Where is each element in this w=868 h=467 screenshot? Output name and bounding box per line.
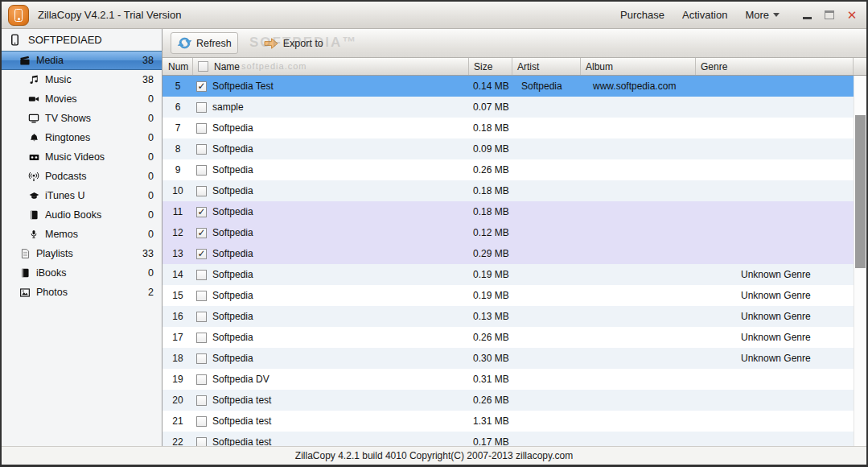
sidebar-item-music-videos[interactable]: Music Videos0 bbox=[2, 147, 162, 167]
close-button[interactable]: ✕ bbox=[845, 9, 858, 22]
column-header-artist[interactable]: Artist bbox=[512, 58, 581, 75]
cell-num: 6 bbox=[162, 101, 193, 113]
sidebar-item-label: iTunes U bbox=[45, 190, 85, 201]
table-row[interactable]: 20Softpedia test0.26 MB bbox=[162, 390, 854, 411]
row-checkbox[interactable]: ✓ bbox=[196, 228, 207, 238]
bell-icon bbox=[27, 133, 41, 143]
row-checkbox[interactable] bbox=[196, 291, 207, 301]
sidebar-item-label: Photos bbox=[36, 287, 68, 298]
row-checkbox[interactable] bbox=[196, 333, 207, 343]
sidebar-item-music[interactable]: Music38 bbox=[2, 70, 162, 89]
menu-activation[interactable]: Activation bbox=[682, 9, 727, 21]
row-checkbox[interactable] bbox=[196, 123, 207, 134]
refresh-label: Refresh bbox=[196, 38, 232, 49]
column-header-name-label: Name bbox=[214, 61, 240, 72]
cell-name-group: Softpedia bbox=[193, 332, 469, 343]
row-checkbox[interactable] bbox=[196, 437, 207, 447]
table-row[interactable]: 14Softpedia0.19 MBUnknown Genre bbox=[162, 264, 854, 285]
export-button[interactable]: Export to bbox=[257, 35, 329, 52]
cell-name-group: ✓Softpedia bbox=[193, 206, 469, 217]
scrollbar-thumb[interactable] bbox=[855, 115, 866, 268]
device-name: SOFTPEDIAED bbox=[28, 34, 102, 46]
row-checkbox[interactable] bbox=[196, 353, 207, 364]
cell-name: Softpedia bbox=[212, 269, 253, 280]
sidebar-item-ringtones[interactable]: Ringtones0 bbox=[2, 128, 162, 147]
sidebar-item-itunes-u[interactable]: iTunes U0 bbox=[2, 186, 162, 205]
row-checkbox[interactable] bbox=[196, 395, 207, 406]
sidebar-item-podcasts[interactable]: Podcasts0 bbox=[2, 167, 162, 186]
tv-icon bbox=[27, 113, 41, 124]
table-row[interactable]: 13✓Softpedia0.29 MB bbox=[162, 243, 854, 264]
column-header-genre[interactable]: Genre bbox=[696, 58, 854, 75]
select-all-checkbox[interactable] bbox=[198, 61, 208, 72]
row-checkbox[interactable] bbox=[196, 312, 207, 322]
sidebar-item-audio-books[interactable]: Audio Books0 bbox=[2, 205, 162, 225]
sidebar-item-photos[interactable]: Photos2 bbox=[2, 283, 162, 302]
sidebar-device[interactable]: SOFTPEDIAED bbox=[2, 29, 162, 51]
cell-name-group: sample bbox=[193, 101, 469, 113]
cell-name: Softpedia bbox=[212, 164, 253, 176]
sidebar-item-memos[interactable]: Memos0 bbox=[2, 225, 162, 244]
sidebar-item-tv-shows[interactable]: TV Shows0 bbox=[2, 109, 162, 128]
sidebar-item-count: 0 bbox=[148, 209, 154, 221]
sidebar-item-count: 0 bbox=[148, 151, 154, 163]
menu-more[interactable]: More bbox=[745, 9, 780, 21]
cell-genre: Unknown Genre bbox=[696, 332, 854, 343]
cell-num: 8 bbox=[162, 143, 193, 155]
video-camera-icon bbox=[27, 93, 41, 105]
refresh-button[interactable]: Refresh bbox=[171, 32, 238, 54]
row-checkbox[interactable] bbox=[196, 416, 207, 427]
table-row[interactable]: 11✓Softpedia0.18 MB bbox=[162, 201, 854, 222]
cell-name-group: ✓Softpedia bbox=[193, 227, 469, 238]
table-row[interactable]: 9Softpedia0.26 MB bbox=[162, 159, 854, 180]
window-title: ZillaCopy V4.2.1 - Trial Version bbox=[38, 9, 181, 21]
sidebar-item-media[interactable]: Media38 bbox=[2, 51, 162, 70]
cell-num: 7 bbox=[162, 122, 193, 134]
cell-name: Softpedia test bbox=[212, 415, 271, 427]
row-checkbox[interactable] bbox=[196, 102, 207, 113]
table-row[interactable]: 6sample0.07 MB bbox=[162, 97, 854, 118]
table-row[interactable]: 21Softpedia test1.31 MB bbox=[162, 411, 854, 432]
table-row[interactable]: 12✓Softpedia0.12 MB bbox=[162, 222, 854, 243]
row-checkbox[interactable] bbox=[196, 270, 207, 280]
cell-name: Softpedia bbox=[212, 248, 253, 259]
table-row[interactable]: 16Softpedia0.13 MBUnknown Genre bbox=[162, 306, 854, 327]
chevron-down-icon bbox=[773, 13, 780, 17]
cell-num: 11 bbox=[162, 206, 193, 217]
cell-size: 0.30 MB bbox=[469, 353, 512, 364]
cell-name: Softpedia bbox=[212, 122, 253, 134]
table-row[interactable]: 8Softpedia0.09 MB bbox=[162, 138, 854, 159]
table-row[interactable]: 17Softpedia0.26 MBUnknown Genre bbox=[162, 327, 854, 348]
cassette-icon bbox=[27, 152, 41, 163]
table-row[interactable]: 10Softpedia0.18 MB bbox=[162, 180, 854, 201]
vertical-scrollbar[interactable] bbox=[854, 76, 866, 446]
table-row[interactable]: 7Softpedia0.18 MB bbox=[162, 118, 854, 138]
row-checkbox[interactable] bbox=[196, 374, 207, 385]
table-row[interactable]: 19Softpedia DV0.31 MB bbox=[162, 369, 854, 390]
sidebar-item-playlists[interactable]: Playlists33 bbox=[2, 244, 162, 263]
row-checkbox[interactable]: ✓ bbox=[196, 207, 207, 217]
row-checkbox[interactable] bbox=[196, 144, 207, 155]
table-row[interactable]: 5✓Softpedia Test0.14 MBSoftpediawww.soft… bbox=[162, 76, 854, 97]
sidebar-item-movies[interactable]: Movies0 bbox=[2, 89, 162, 109]
row-checkbox[interactable] bbox=[196, 186, 207, 196]
maximize-button[interactable] bbox=[823, 9, 836, 22]
minimize-button[interactable] bbox=[800, 9, 813, 22]
table-row[interactable]: 18Softpedia0.30 MBUnknown Genre bbox=[162, 348, 854, 369]
minimize-icon bbox=[803, 17, 812, 19]
row-checkbox[interactable]: ✓ bbox=[196, 249, 207, 259]
cell-name-group: Softpedia test bbox=[193, 436, 469, 446]
column-header-album[interactable]: Album bbox=[581, 58, 696, 75]
maximize-icon bbox=[825, 10, 834, 19]
cell-name: Softpedia bbox=[212, 206, 253, 217]
column-header-name[interactable]: Name softpedia.com bbox=[193, 58, 469, 75]
table-row[interactable]: 15Softpedia0.19 MBUnknown Genre bbox=[162, 285, 854, 306]
column-header-size[interactable]: Size bbox=[469, 58, 512, 75]
sidebar-item-ibooks[interactable]: iBooks0 bbox=[2, 263, 162, 283]
row-checkbox[interactable] bbox=[196, 165, 207, 176]
menu-purchase[interactable]: Purchase bbox=[620, 9, 664, 21]
table-row[interactable]: 22Softpedia test0.17 MB bbox=[162, 432, 854, 446]
row-checkbox[interactable]: ✓ bbox=[196, 81, 207, 92]
cell-artist: Softpedia bbox=[512, 81, 581, 92]
column-header-num[interactable]: Num bbox=[162, 58, 193, 75]
